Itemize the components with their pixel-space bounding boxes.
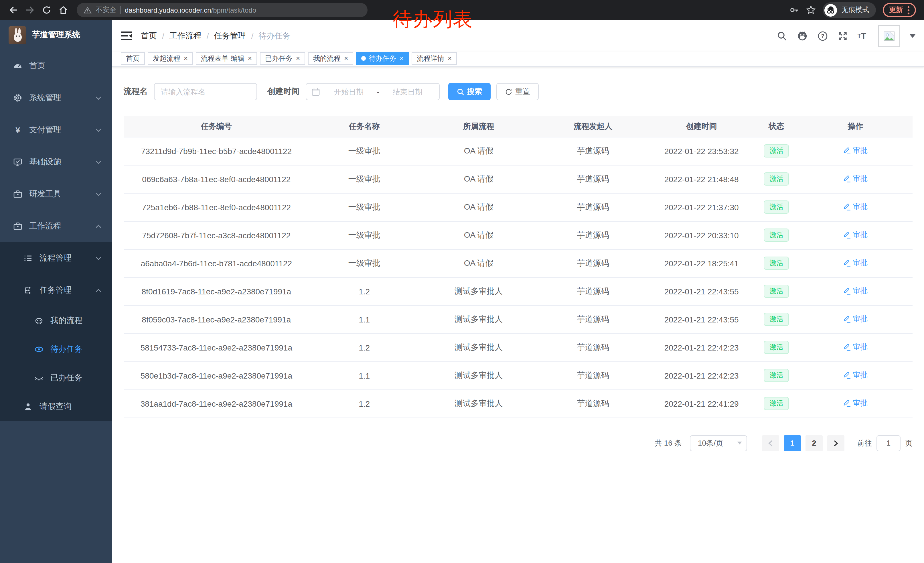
approve-link[interactable]: 审批 (843, 314, 868, 324)
close-icon[interactable]: × (344, 55, 348, 62)
table-row: 381aa1dd-7ac8-11ec-a9e2-a2380e71991a 1.2… (124, 389, 912, 417)
process-cell: 测试多审批人 (420, 389, 538, 417)
tab-done-tasks[interactable]: 已办任务 × (260, 52, 305, 65)
bookmark-star-icon[interactable] (806, 5, 816, 15)
sidebar-item-label: 工作流程 (29, 221, 61, 231)
approve-link-label: 审批 (853, 398, 868, 408)
browser-reload-icon[interactable] (39, 2, 54, 18)
status-badge: 激活 (764, 228, 789, 242)
table-row: 8f059c03-7ac8-11ec-a9e2-a2380e71991a 1.1… (124, 305, 912, 333)
page-size-value: 10条/页 (698, 438, 723, 448)
sidebar-item-workflow[interactable]: 工作流程 (0, 210, 112, 242)
task-id-cell: 75d72608-7b7f-11ec-a3c8-acde48001122 (124, 221, 309, 249)
tab-start-process[interactable]: 发起流程 × (148, 52, 193, 65)
approve-link[interactable]: 审批 (843, 146, 868, 156)
starter-cell: 芋道源码 (538, 249, 648, 277)
browser-back-icon[interactable] (6, 2, 21, 18)
reset-button[interactable]: 重置 (496, 83, 539, 100)
starter-cell: 芋道源码 (538, 221, 648, 249)
search-icon[interactable] (777, 31, 787, 41)
page-button-1[interactable]: 1 (784, 435, 801, 451)
app-title: 芋道管理系统 (32, 30, 80, 40)
tab-label: 我的流程 (313, 54, 340, 63)
github-icon[interactable] (796, 30, 807, 41)
dashboard-icon (12, 61, 24, 71)
browser-home-icon[interactable] (56, 2, 71, 18)
sidebar-item-home[interactable]: 首页 (0, 50, 112, 82)
breadcrumb-home[interactable]: 首页 (141, 31, 157, 41)
search-button[interactable]: 搜索 (448, 83, 490, 100)
browser-menu-dots-icon[interactable] (908, 6, 910, 15)
sidebar-item-dev-tools[interactable]: 研发工具 (0, 178, 112, 210)
status-badge: 激活 (764, 256, 789, 270)
sidebar-item-task-management[interactable]: 任务管理 (0, 274, 112, 306)
address-bar[interactable]: 不安全 dashboard.yudao.iocoder.cn/bpm/task/… (77, 3, 368, 17)
tab-process-form-edit[interactable]: 流程表单-编辑 × (196, 52, 257, 65)
tab-todo-tasks[interactable]: 待办任务 × (356, 52, 409, 65)
big-t-glyph: T (861, 31, 866, 41)
close-icon[interactable]: × (248, 55, 252, 62)
help-icon[interactable]: ? (817, 31, 828, 41)
task-name-cell: 一级审批 (309, 137, 420, 165)
task-id-cell: 069c6a63-7b8a-11ec-8ef0-acde48001122 (124, 165, 309, 193)
tab-my-processes[interactable]: 我的流程 × (308, 52, 353, 65)
page-button-2[interactable]: 2 (806, 435, 823, 451)
gear-icon (12, 93, 24, 102)
next-page-button[interactable] (827, 435, 844, 451)
chevron-down-icon (95, 159, 102, 165)
fullscreen-icon[interactable] (837, 31, 848, 41)
process-name-input[interactable] (154, 83, 257, 100)
sidebar-item-done-tasks[interactable]: 已办任务 (0, 364, 112, 392)
close-icon[interactable]: × (296, 55, 300, 62)
end-date-input[interactable] (381, 87, 434, 96)
prev-page-button[interactable] (762, 435, 779, 451)
incognito-label: 无痕模式 (842, 5, 869, 15)
approve-link[interactable]: 审批 (843, 258, 868, 268)
approve-link[interactable]: 审批 (843, 202, 868, 212)
incognito-icon (824, 3, 837, 17)
app-logo-row[interactable]: 芋道管理系统 (0, 20, 112, 50)
approve-link[interactable]: 审批 (843, 230, 868, 240)
sidebar-item-todo-tasks[interactable]: 待办任务 (0, 335, 112, 364)
close-icon[interactable]: × (184, 55, 188, 62)
todo-list-annotation: 待办列表 (393, 6, 473, 33)
avatar-caret-down-icon[interactable] (910, 34, 915, 41)
tab-label: 流程详情 (417, 54, 444, 63)
sidebar-item-payment[interactable]: ¥ 支付管理 (0, 114, 112, 146)
close-icon[interactable]: × (448, 55, 452, 62)
approve-link[interactable]: 审批 (843, 286, 868, 296)
sidebar-item-infrastructure[interactable]: 基础设施 (0, 146, 112, 178)
process-cell: 测试多审批人 (420, 277, 538, 305)
sidebar-item-label: 系统管理 (29, 93, 61, 103)
breadcrumb-task-management[interactable]: 任务管理 (214, 31, 246, 41)
close-icon[interactable]: × (400, 55, 404, 62)
approve-link[interactable]: 审批 (843, 370, 868, 381)
chevron-down-icon (95, 95, 102, 101)
sidebar-item-my-processes[interactable]: 我的流程 (0, 306, 112, 335)
tab-process-detail[interactable]: 流程详情 × (412, 52, 457, 65)
column-header-create-time: 创建时间 (648, 116, 755, 137)
create-time-cell: 2022-01-22 23:53:32 (648, 137, 755, 165)
user-avatar-broken-image[interactable] (878, 25, 900, 47)
page-size-select[interactable]: 10条/页 (690, 435, 747, 451)
date-range-picker[interactable]: - (306, 83, 440, 100)
goto-page-input[interactable] (876, 435, 900, 451)
sidebar-item-leave-query[interactable]: 请假查询 (0, 392, 112, 421)
start-date-input[interactable] (322, 87, 375, 96)
passwords-key-icon[interactable] (789, 5, 799, 15)
browser-update-button[interactable]: 更新 (883, 3, 916, 17)
sidebar-item-process-management[interactable]: 流程管理 (0, 242, 112, 274)
sidebar-collapse-hamburger-icon[interactable] (121, 31, 132, 41)
breadcrumb-workflow[interactable]: 工作流程 (170, 31, 201, 41)
flow-icon (22, 286, 34, 295)
tab-home[interactable]: 首页 (121, 52, 145, 65)
approve-link[interactable]: 审批 (843, 342, 868, 353)
browser-forward-icon[interactable] (22, 2, 38, 18)
tab-label: 待办任务 (369, 54, 396, 63)
sidebar-item-system[interactable]: 系统管理 (0, 82, 112, 114)
approve-link[interactable]: 审批 (843, 174, 868, 184)
font-size-icon[interactable]: TT (857, 31, 866, 41)
app-window: 芋道管理系统 首页 系统管理 ¥ 支付管理 (0, 20, 924, 563)
url-path: /bpm/task/todo (211, 6, 256, 14)
approve-link[interactable]: 审批 (843, 398, 868, 408)
